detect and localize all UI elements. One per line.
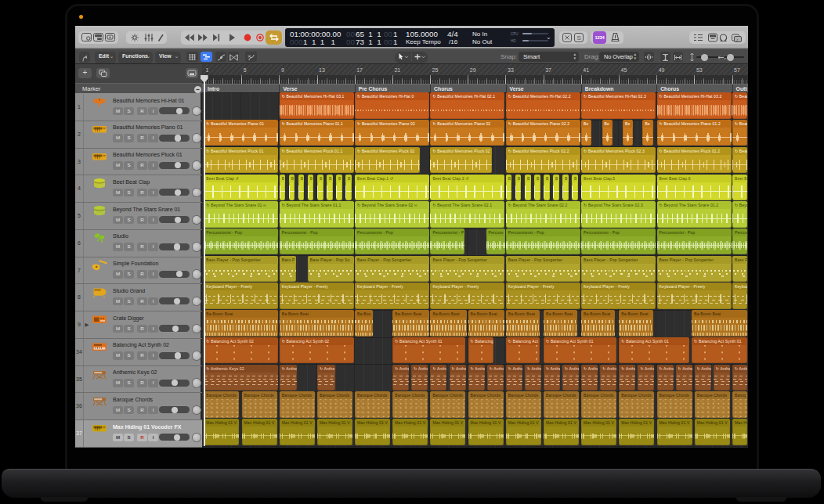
- svg-text:♪: ♪: [736, 37, 739, 42]
- svg-text:S: S: [577, 34, 581, 41]
